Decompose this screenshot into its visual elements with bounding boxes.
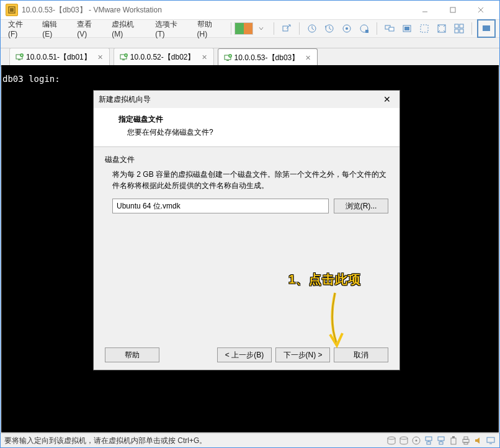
separator [299, 22, 300, 35]
vmware-logo-icon [6, 4, 18, 16]
svg-point-10 [346, 27, 348, 30]
disk-icon[interactable] [386, 436, 396, 446]
fullscreen-icon[interactable] [477, 19, 496, 38]
fit-guest-icon[interactable] [417, 21, 432, 36]
svg-rect-21 [455, 29, 458, 33]
disk2-icon[interactable] [399, 436, 409, 446]
svg-point-33 [388, 437, 395, 439]
tab-label: 10.0.0.52-【db02】 [130, 52, 195, 63]
send-input-icon[interactable] [279, 21, 294, 36]
window-title: 10.0.0.53-【db03】 - VMware Workstation [22, 5, 411, 16]
svg-rect-6 [283, 26, 288, 31]
separator [274, 22, 274, 35]
sound-icon[interactable] [473, 436, 483, 446]
tab-label: 10.0.0.53-【db03】 [234, 53, 300, 63]
svg-rect-12 [365, 30, 368, 33]
close-button[interactable] [467, 1, 494, 19]
multi-monitor-icon[interactable] [382, 21, 397, 36]
network-icon[interactable] [424, 436, 434, 446]
dialog-heading: 指定磁盘文件 [118, 114, 388, 125]
network2-icon[interactable] [436, 436, 446, 446]
menu-help[interactable]: 帮助(H) [192, 17, 228, 41]
printer-icon[interactable] [461, 436, 471, 446]
maximize-button[interactable] [439, 1, 467, 19]
svg-rect-47 [464, 442, 468, 444]
vm-icon [15, 53, 24, 61]
status-icons [386, 436, 496, 446]
dialog-header: 指定磁盘文件 您要在何处存储磁盘文件? [94, 108, 400, 147]
dialog-body: 磁盘文件 将为每 2 GB 容量的虚拟磁盘创建一个磁盘文件。除第一个文件之外，每… [94, 147, 400, 221]
svg-rect-43 [451, 438, 456, 444]
thumbnail-icon[interactable] [452, 21, 467, 36]
menu-vm[interactable]: 虚拟机(M) [107, 17, 150, 41]
svg-rect-22 [460, 29, 463, 33]
tabbar: 10.0.0.51-【db01】 ✕ 10.0.0.52-【db02】 ✕ 10… [1, 48, 499, 66]
vm-tab-db03[interactable]: 10.0.0.53-【db03】 ✕ [218, 48, 318, 66]
svg-rect-45 [463, 439, 469, 442]
snapshot-manage-icon[interactable] [357, 21, 372, 36]
back-button[interactable]: < 上一步(B) [217, 347, 272, 362]
svg-rect-1 [10, 8, 14, 12]
vm-icon [223, 53, 232, 62]
usb-icon[interactable] [449, 436, 458, 446]
menu-edit[interactable]: 编辑(E) [37, 17, 72, 41]
svg-rect-28 [122, 60, 125, 60]
svg-rect-31 [226, 60, 229, 61]
snapshot-point-icon[interactable] [339, 21, 354, 36]
cd-icon[interactable] [411, 436, 421, 446]
window-controls [411, 1, 494, 19]
svg-rect-37 [426, 437, 432, 441]
svg-rect-19 [455, 24, 458, 28]
dialog-title: 新建虚拟机向导 [99, 94, 380, 105]
cancel-button[interactable]: 取消 [334, 347, 388, 362]
vm-tab-db01[interactable]: 10.0.0.51-【db01】 ✕ [9, 48, 110, 66]
help-button[interactable]: 帮助 [105, 347, 159, 362]
console-line: db03 login: [2, 74, 498, 84]
separator [471, 22, 472, 35]
dialog-buttons: 帮助 < 上一步(B) 下一步(N) > 取消 [105, 347, 388, 362]
menu-file[interactable]: 文件(F) [3, 17, 37, 41]
tab-close-icon[interactable]: ✕ [200, 53, 208, 61]
browse-button[interactable]: 浏览(R)... [334, 199, 388, 213]
snapshot-restore-icon[interactable] [322, 21, 337, 36]
snapshot-icon[interactable] [305, 21, 319, 36]
svg-rect-17 [421, 25, 428, 32]
svg-rect-14 [389, 27, 394, 31]
next-button[interactable]: 下一步(N) > [275, 347, 330, 362]
menu-view[interactable]: 查看(V) [72, 17, 107, 41]
svg-rect-3 [450, 7, 455, 12]
chevron-down-icon[interactable] [254, 21, 269, 36]
stretch-icon[interactable] [434, 21, 449, 36]
svg-rect-41 [439, 442, 443, 444]
svg-rect-40 [438, 437, 444, 441]
svg-rect-25 [18, 60, 20, 60]
svg-rect-20 [460, 24, 463, 28]
display-icon[interactable] [486, 436, 496, 446]
playpause-button[interactable] [236, 21, 251, 36]
tab-close-icon[interactable]: ✕ [304, 54, 312, 62]
minimize-button[interactable] [411, 1, 439, 19]
status-message: 要将输入定向到该虚拟机，请在虚拟机内部单击或按 Ctrl+G。 [4, 436, 386, 446]
svg-rect-48 [487, 437, 494, 442]
unity-icon[interactable] [400, 21, 414, 36]
dialog-titlebar: 新建虚拟机向导 ✕ [94, 91, 400, 108]
app-window: 10.0.0.53-【db03】 - VMware Workstation 文件… [0, 0, 500, 448]
tab-label: 10.0.0.51-【db01】 [26, 52, 91, 63]
statusbar: 要将输入定向到该虚拟机，请在虚拟机内部单击或按 Ctrl+G。 [1, 433, 499, 447]
tab-close-icon[interactable]: ✕ [96, 53, 104, 61]
svg-rect-38 [427, 442, 431, 444]
disk-file-input[interactable] [112, 199, 329, 213]
vm-icon [119, 53, 128, 61]
menubar: 文件(F) 编辑(E) 查看(V) 虚拟机(M) 选项卡(T) 帮助(H) [1, 19, 499, 38]
svg-rect-23 [483, 25, 490, 31]
svg-point-36 [416, 440, 417, 442]
dialog-close-icon[interactable]: ✕ [380, 93, 395, 105]
svg-rect-44 [452, 436, 455, 438]
menu-tabs[interactable]: 选项卡(T) [150, 17, 192, 41]
separator [231, 22, 231, 35]
svg-point-34 [400, 437, 408, 439]
separator [377, 22, 377, 35]
vm-tab-db02[interactable]: 10.0.0.52-【db02】 ✕ [114, 48, 214, 66]
dialog-subheading: 您要在何处存储磁盘文件? [118, 127, 388, 138]
svg-rect-16 [404, 27, 409, 30]
